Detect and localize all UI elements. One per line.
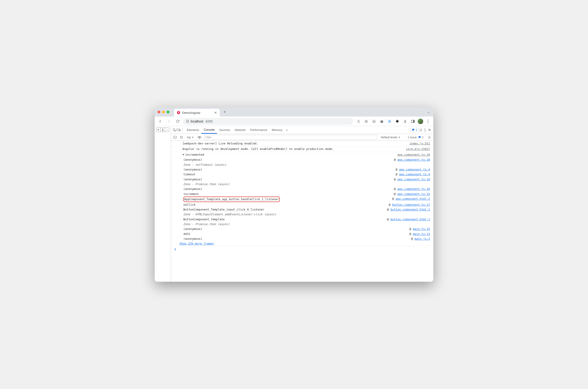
browser-tab[interactable]: DemoAngular ✕ — [174, 109, 220, 117]
execution-context[interactable]: top ▼ — [186, 135, 195, 139]
source-link[interactable]: index.js:551 — [409, 141, 430, 146]
clear-console-icon[interactable] — [179, 135, 183, 139]
source-link[interactable]: app.component.ts:18 — [397, 152, 430, 157]
stack-frame: onClick@ button.component.ts:17 — [175, 202, 433, 207]
log-levels[interactable]: Default levels ▼ — [380, 135, 402, 139]
page-content: + 1 - — [155, 126, 171, 282]
devtools-menu-icon[interactable] — [423, 128, 427, 132]
tab-memory[interactable]: Memory — [269, 126, 285, 134]
stack-frame: (anonymous)@ app.component.ts:18 — [175, 157, 433, 162]
console-sidebar-toggle-icon[interactable] — [173, 135, 177, 139]
reload-button[interactable] — [174, 118, 181, 125]
chevron-down-icon[interactable] — [182, 154, 184, 155]
svg-point-13 — [427, 121, 428, 122]
profile-avatar[interactable] — [418, 119, 423, 124]
stack-frame: (anonymous)@ main.ts:15 — [175, 227, 433, 231]
url-port: :4200 — [205, 120, 213, 123]
console-toolbar: top ▼ Filter Default levels ▼ 1 Issue: 1 — [171, 134, 433, 141]
tab-performance[interactable]: Performance — [248, 126, 269, 134]
zoom-window[interactable] — [167, 111, 169, 113]
filter-input[interactable]: Filter — [204, 135, 377, 140]
toolbar-actions — [356, 118, 431, 124]
extensions-icon[interactable] — [394, 118, 400, 124]
stack-frame: (anonymous)@ app.component.ts:16 — [175, 177, 433, 182]
devtools-close-icon[interactable]: ✕ — [427, 128, 432, 132]
console-settings-icon[interactable] — [427, 135, 431, 139]
source-link[interactable]: core.mjs:25627 — [406, 147, 430, 151]
chrome-menu-icon[interactable] — [425, 118, 431, 124]
show-more-frames[interactable]: Show 234 more frames — [171, 241, 433, 246]
devtools-settings-icon[interactable] — [419, 128, 423, 132]
stack-frame: Zone - Promise.then (async) — [175, 182, 433, 187]
svg-point-7 — [382, 122, 383, 123]
more-tabs-icon[interactable]: » — [285, 128, 289, 132]
window-controls — [158, 111, 169, 113]
svg-point-12 — [427, 120, 428, 120]
source-link[interactable]: button.component.html:1 — [391, 208, 430, 211]
address-bar[interactable]: localhost:4200 — [183, 118, 353, 125]
decrement-button[interactable]: - — [165, 128, 169, 132]
source-link[interactable]: app.component.ts:18 — [397, 158, 430, 161]
tabs-dropdown-icon[interactable]: ⌄ — [427, 110, 430, 114]
source-link[interactable]: app.component.html:2 — [395, 197, 430, 200]
angular-icon — [177, 111, 180, 115]
messages-badge[interactable]: 1 — [410, 128, 419, 132]
stack-frame: (anonymous)@ main.js:2 — [175, 236, 433, 241]
svg-point-25 — [429, 137, 430, 138]
back-button[interactable] — [157, 118, 163, 125]
trace-header[interactable]: incremented app.component.ts:18 — [171, 152, 433, 157]
stack-frame: (anonymous)@ app.component.ts:4 — [175, 167, 433, 172]
stack-frame: increment@ app.component.ts:15 — [175, 192, 433, 196]
tab-console[interactable]: Console — [201, 126, 217, 134]
source-link[interactable]: app.component.ts:4 — [399, 168, 430, 171]
close-window[interactable] — [158, 111, 160, 113]
counter-value: 1 — [161, 128, 165, 132]
source-link[interactable]: main.ts:15 — [413, 227, 430, 231]
tab-network[interactable]: Network — [232, 126, 248, 134]
live-expression-icon[interactable] — [197, 135, 202, 139]
console-prompt[interactable]: ❯ — [171, 246, 433, 254]
ext-icon-1[interactable] — [371, 118, 377, 124]
source-link[interactable]: button.component.ts:17 — [392, 203, 430, 206]
source-link[interactable]: button.component.html:1 — [391, 218, 430, 221]
bookmark-icon[interactable] — [363, 118, 369, 124]
minimize-window[interactable] — [162, 111, 165, 113]
stack-frame: ButtonComponent_Template@ button.compone… — [175, 217, 433, 222]
issues-button[interactable]: 1 Issue: 1 — [406, 135, 425, 139]
inspect-icon[interactable] — [172, 128, 176, 132]
tab-sources[interactable]: Sources — [217, 126, 232, 134]
source-link[interactable]: main.ts:13 — [413, 232, 430, 236]
svg-point-19 — [425, 129, 425, 129]
new-tab-button[interactable]: + — [222, 109, 228, 115]
stack-frame: timeout@ app.component.ts:4 — [175, 172, 433, 177]
source-link[interactable]: app.component.ts:16 — [397, 187, 430, 191]
ext-icon-2[interactable] — [387, 118, 392, 124]
labs-icon[interactable] — [402, 118, 408, 124]
toolbar: localhost:4200 — [155, 117, 433, 126]
tab-elements[interactable]: Elements — [185, 126, 201, 134]
forward-button[interactable] — [166, 118, 172, 125]
svg-rect-1 — [188, 121, 188, 122]
svg-point-6 — [381, 122, 382, 123]
source-link[interactable]: main.js:2 — [415, 237, 430, 240]
stack-trace: (anonymous)@ app.component.ts:18Zone - s… — [171, 157, 433, 241]
browser-window: DemoAngular ✕ + ⌄ localhost:4200 — [155, 107, 433, 282]
close-tab-icon[interactable]: ✕ — [214, 111, 217, 115]
svg-rect-17 — [179, 129, 181, 131]
stack-frame: Zone - setTimeout (async) — [175, 162, 433, 167]
stack-frame: Zone - HTMLInputElement.addEventListener… — [175, 212, 433, 217]
source-link[interactable]: app.component.ts:15 — [397, 192, 430, 196]
svg-rect-11 — [413, 120, 414, 123]
sidepanel-icon[interactable] — [410, 118, 416, 124]
increment-button[interactable]: + — [156, 128, 161, 132]
stack-frame: ButtonComponent_Template_input_click_0_l… — [175, 207, 433, 212]
incognito-icon[interactable] — [379, 118, 385, 124]
url-host: localhost — [191, 120, 203, 123]
site-info-icon[interactable] — [186, 120, 189, 123]
share-icon[interactable] — [356, 118, 361, 124]
console-output: [webpack-dev-server] Live Reloading enab… — [171, 141, 433, 282]
source-link[interactable]: app.component.ts:4 — [399, 173, 430, 176]
source-link[interactable]: app.component.ts:16 — [397, 178, 430, 181]
stack-frame: (anonymous)@ app.component.ts:16 — [175, 187, 433, 191]
device-icon[interactable] — [176, 128, 181, 132]
